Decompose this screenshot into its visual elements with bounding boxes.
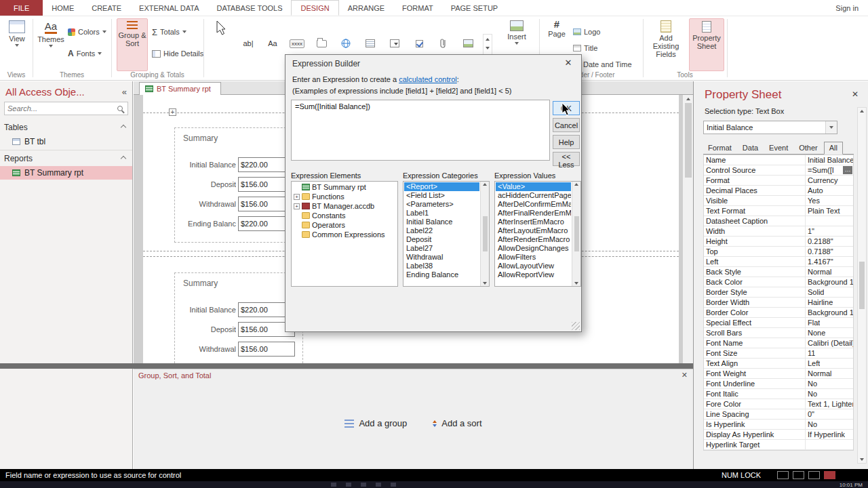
property-row[interactable]: Special Effect Flat … [704,318,853,328]
property-value[interactable]: Normal … [806,369,853,378]
property-row[interactable]: Visible Yes … [704,196,853,206]
button-control-button[interactable]: xxxx [286,34,308,53]
label-control-button[interactable]: Aa [262,34,283,53]
property-row[interactable]: Height 0.2188" … [704,237,853,247]
document-tab[interactable]: BT Summary rpt [139,82,221,95]
property-sheet-tab[interactable]: Data [738,142,763,154]
property-row[interactable]: Datasheet Caption … [704,216,853,226]
value-item[interactable]: AfterDelConfirmEmMacro [496,200,571,209]
themes-button[interactable]: Aa Themes [37,18,65,71]
logo-button[interactable]: Logo [573,24,600,39]
calculated-control-link[interactable]: calculated control [399,75,457,83]
search-icon[interactable] [117,106,123,111]
categories-scrollbar[interactable] [480,182,489,286]
add-group-button[interactable]: Add a group [344,418,407,428]
property-value[interactable]: Auto … [806,186,853,195]
combobox-control-button[interactable] [384,34,406,53]
scrollbar-thumb[interactable] [859,262,865,309]
scrollbar-thumb[interactable] [685,103,692,178]
category-item[interactable]: Label1 [404,209,479,218]
sign-in-link[interactable]: Sign in [826,0,868,16]
value-item[interactable]: AfterInsertEmMacro [496,218,571,226]
property-row[interactable]: Back Color Background 1 … [704,277,853,287]
expand-plus-icon[interactable]: + [294,194,300,200]
property-value[interactable]: Solid … [806,287,853,297]
scroll-up-icon[interactable] [686,98,690,100]
property-value[interactable]: Background 1 … [806,277,853,287]
tree-item[interactable]: + BT Manager.accdb [292,201,397,211]
value-item[interactable]: AfterLayoutEmMacro [496,226,571,235]
property-value[interactable]: Text 1, Lighter … [806,399,853,409]
field-label[interactable]: Deposit [176,180,236,188]
field-label[interactable]: Initial Balance [176,306,236,314]
ribbon-tab[interactable]: EXTERNAL DATA [130,0,208,16]
tree-item[interactable]: + Functions [292,192,397,201]
category-item[interactable]: <Report> [404,182,479,191]
tab-file[interactable]: FILE [0,0,43,16]
category-item[interactable]: Deposit [404,235,479,244]
property-row[interactable]: Decimal Places Auto … [704,186,853,196]
property-row[interactable]: Name Initial Balance … [704,155,853,165]
property-sheet-button[interactable]: Property Sheet [689,18,724,71]
property-row[interactable]: Font Italic No … [704,389,853,399]
property-row[interactable]: Border Color Background 1, … [704,308,853,318]
ribbon-tab[interactable]: DATABASE TOOLS [208,0,291,16]
property-value[interactable]: Plain Text … [806,206,853,216]
hyperlink-control-button[interactable] [335,34,357,53]
field-label[interactable]: Ending Balanc [176,220,236,228]
help-button[interactable]: Help [553,135,580,149]
field-textbox[interactable]: $156.00 [238,342,295,357]
add-sort-button[interactable]: Add a sort [433,418,481,428]
ribbon-tab[interactable]: PAGE SETUP [442,0,507,16]
category-item[interactable]: Label38 [404,262,479,270]
property-value[interactable]: 1" … [806,226,853,236]
property-value[interactable]: If Hyperlink … [806,430,853,439]
property-value[interactable]: … [806,440,853,449]
property-row[interactable]: Font Weight Normal … [704,369,853,379]
tree-item[interactable]: + Constants [292,211,397,220]
tree-item[interactable]: + Operators [292,220,397,230]
cancel-button[interactable]: Cancel [553,118,580,132]
property-value[interactable]: Normal … [806,267,853,277]
taskbar-app-icon[interactable] [361,483,366,487]
property-row[interactable]: Border Style Solid … [704,287,853,298]
ribbon-tab[interactable]: DESIGN [291,0,338,16]
expression-input[interactable]: =Sum([Initial Balance]) [291,100,550,161]
scroll-down-icon[interactable] [860,458,864,461]
property-row[interactable]: Width 1" … [704,226,853,237]
property-row[interactable]: Control Source =Sum([I … [704,165,853,176]
builder-button[interactable]: … [843,166,852,174]
property-row[interactable]: Back Style Normal … [704,267,853,277]
category-item[interactable]: Label22 [404,226,479,235]
taskbar-app-icon[interactable] [331,483,336,487]
category-item[interactable]: <Parameters> [404,200,479,209]
property-value[interactable]: Background 1, … [806,308,853,317]
scrollbar-thumb[interactable] [574,216,579,251]
property-row[interactable]: Text Format Plain Text … [704,206,853,216]
search-input[interactable] [7,104,117,113]
tree-item[interactable]: + BT Summary rpt [292,182,397,192]
property-sheet-tab[interactable]: Other [794,142,823,154]
property-value[interactable]: No … [806,420,853,429]
property-sheet-tab[interactable]: Format [703,142,736,154]
property-row[interactable]: Text Align Left … [704,359,853,369]
property-sheet-tab[interactable]: Event [764,142,793,154]
property-sheet-tab[interactable]: All [824,142,843,155]
value-item[interactable]: AllowFilters [496,253,571,262]
property-row[interactable]: Left 1.4167" … [704,257,853,267]
ribbon-tab[interactable]: HOME [43,0,83,16]
property-value[interactable]: Left … [806,359,853,368]
property-value[interactable]: None … [806,328,853,338]
property-row[interactable]: Font Size 11 … [704,348,853,359]
textbox-control-button[interactable]: ab| [237,34,259,53]
property-row[interactable]: Top 0.7188" … [704,247,853,257]
scrollbar-thumb[interactable] [483,216,488,251]
property-row[interactable]: Border Width Hairline … [704,298,853,308]
value-item[interactable]: <Value> [496,182,571,191]
tab-control-button[interactable] [311,34,332,53]
image-control-button[interactable] [457,34,479,53]
property-value[interactable]: No … [806,379,853,388]
ribbon-tab[interactable]: ARRANGE [339,0,393,16]
taskbar-app-icon[interactable] [346,483,351,487]
property-row[interactable]: Scroll Bars None … [704,328,853,338]
